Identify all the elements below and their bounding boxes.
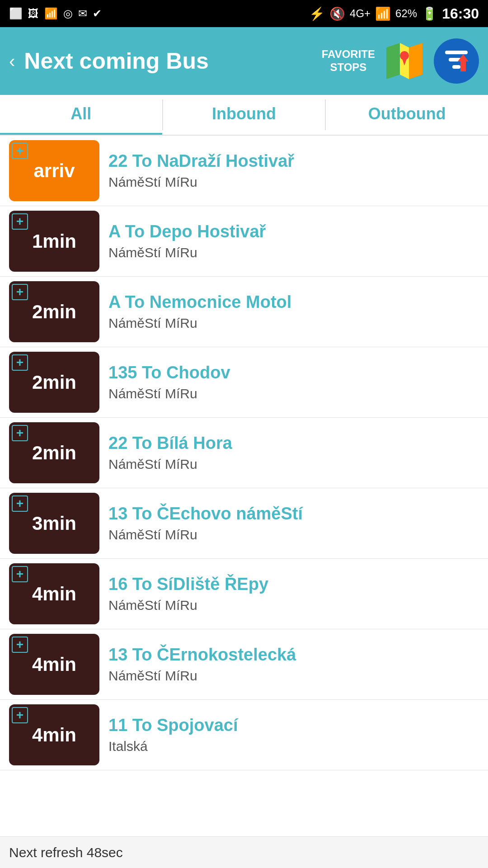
tab-outbound[interactable]: Outbound bbox=[326, 95, 488, 135]
bus-route-label[interactable]: 135 To Chodov bbox=[108, 363, 479, 382]
favorite-stops-label: FAVORITESTOPS bbox=[322, 48, 375, 74]
list-item: + 4min 16 To SíDliště ŘEpy NáměStí MíRu bbox=[0, 559, 488, 629]
filter-button[interactable] bbox=[434, 38, 479, 84]
bus-stop-label: NáměStí MíRu bbox=[108, 175, 479, 190]
bus-info: 13 To ČEchovo náměStí NáměStí MíRu bbox=[108, 504, 479, 542]
list-item: + 2min A To Nemocnice Motol NáměStí MíRu bbox=[0, 277, 488, 347]
bus-stop-label: NáměStí MíRu bbox=[108, 316, 479, 331]
email-icon: ✉ bbox=[78, 7, 87, 20]
battery-label: 62% bbox=[395, 7, 417, 20]
list-item: + 1min A To Depo Hostivař NáměStí MíRu bbox=[0, 206, 488, 277]
line-icon: ⬜ bbox=[9, 7, 23, 20]
list-item: + arriv 22 To NaDraží Hostivař NáměStí M… bbox=[0, 136, 488, 206]
bus-time-box[interactable]: + 2min bbox=[9, 422, 99, 483]
refresh-status: Next refresh 48sec bbox=[9, 845, 123, 860]
bus-stop-label: NáměStí MíRu bbox=[108, 457, 479, 472]
bus-list: + arriv 22 To NaDraží Hostivař NáměStí M… bbox=[0, 136, 488, 770]
bus-stop-label: NáměStí MíRu bbox=[108, 245, 479, 260]
add-icon[interactable]: + bbox=[12, 143, 28, 159]
add-icon[interactable]: + bbox=[12, 495, 28, 512]
bus-stop-label: NáměStí MíRu bbox=[108, 527, 479, 542]
wifi-icon: 📶 bbox=[44, 7, 58, 20]
list-item: + 3min 13 To ČEchovo náměStí NáměStí MíR… bbox=[0, 488, 488, 559]
bus-stop-label: NáměStí MíRu bbox=[108, 598, 479, 613]
add-icon[interactable]: + bbox=[12, 707, 28, 723]
map-icon bbox=[386, 43, 422, 79]
bus-time-label: 4min bbox=[32, 583, 76, 605]
vpn-icon: ◎ bbox=[63, 7, 73, 20]
list-item: + 2min 22 To Bílá Hora NáměStí MíRu bbox=[0, 418, 488, 488]
map-button[interactable] bbox=[384, 41, 425, 81]
bus-time-label: arriv bbox=[33, 160, 75, 182]
tab-all[interactable]: All bbox=[0, 95, 162, 135]
footer: Next refresh 48sec bbox=[0, 836, 488, 868]
bus-route-label[interactable]: 11 To Spojovací bbox=[108, 716, 479, 735]
photo-icon: 🖼 bbox=[28, 7, 39, 20]
add-icon[interactable]: + bbox=[12, 425, 28, 441]
bus-info: A To Nemocnice Motol NáměStí MíRu bbox=[108, 292, 479, 331]
add-icon[interactable]: + bbox=[12, 354, 28, 371]
bus-time-label: 3min bbox=[32, 513, 76, 534]
bus-time-box[interactable]: + 4min bbox=[9, 634, 99, 695]
svg-marker-8 bbox=[458, 54, 469, 71]
status-time: 16:30 bbox=[442, 5, 479, 22]
bus-time-box[interactable]: + arriv bbox=[9, 140, 99, 201]
bus-time-label: 2min bbox=[32, 372, 76, 393]
back-button[interactable]: ‹ bbox=[9, 51, 15, 71]
bus-time-label: 2min bbox=[32, 442, 76, 464]
bus-info: 11 To Spojovací Italská bbox=[108, 716, 479, 754]
list-item: + 4min 11 To Spojovací Italská bbox=[0, 700, 488, 770]
add-icon[interactable]: + bbox=[12, 284, 28, 300]
bluetooth-icon: ⚡ bbox=[309, 6, 325, 21]
svg-rect-7 bbox=[452, 65, 460, 69]
app-header: ‹ Next coming Bus FAVORITESTOPS bbox=[0, 27, 488, 95]
tabs-bar: All Inbound Outbound bbox=[0, 95, 488, 136]
bus-time-box[interactable]: + 2min bbox=[9, 281, 99, 342]
svg-marker-2 bbox=[409, 43, 422, 79]
mute-icon: 🔇 bbox=[329, 6, 345, 21]
list-item: + 2min 135 To Chodov NáměStí MíRu bbox=[0, 347, 488, 418]
tab-inbound[interactable]: Inbound bbox=[163, 95, 325, 135]
add-icon[interactable]: + bbox=[12, 213, 28, 230]
favorite-stops-button[interactable]: FAVORITESTOPS bbox=[322, 48, 375, 74]
bus-route-label[interactable]: 13 To ČEchovo náměStí bbox=[108, 504, 479, 524]
bus-route-label[interactable]: A To Depo Hostivař bbox=[108, 222, 479, 241]
bus-route-label[interactable]: 16 To SíDliště ŘEpy bbox=[108, 575, 479, 594]
svg-rect-5 bbox=[445, 51, 468, 54]
bus-time-label: 1min bbox=[32, 231, 76, 252]
bus-time-label: 4min bbox=[32, 654, 76, 675]
bus-route-label[interactable]: 13 To ČErnokostelecká bbox=[108, 645, 479, 665]
signal-label: 4G+ bbox=[350, 7, 371, 20]
bus-info: 22 To NaDraží Hostivař NáměStí MíRu bbox=[108, 151, 479, 190]
add-icon[interactable]: + bbox=[12, 566, 28, 582]
bus-info: 22 To Bílá Hora NáměStí MíRu bbox=[108, 434, 479, 472]
page-title: Next coming Bus bbox=[24, 48, 312, 74]
bus-info: A To Depo Hostivař NáměStí MíRu bbox=[108, 222, 479, 260]
status-bar: ⬜ 🖼 📶 ◎ ✉ ✔ ⚡ 🔇 4G+ 📶 62% 🔋 16:30 bbox=[0, 0, 488, 27]
bus-time-label: 2min bbox=[32, 301, 76, 323]
bus-info: 13 To ČErnokostelecká NáměStí MíRu bbox=[108, 645, 479, 684]
bus-time-box[interactable]: + 4min bbox=[9, 563, 99, 624]
status-icons-right: ⚡ 🔇 4G+ 📶 62% 🔋 16:30 bbox=[309, 5, 479, 22]
status-icons-left: ⬜ 🖼 📶 ◎ ✉ ✔ bbox=[9, 7, 102, 20]
bus-route-label[interactable]: 22 To Bílá Hora bbox=[108, 434, 479, 453]
bus-time-box[interactable]: + 1min bbox=[9, 211, 99, 272]
bus-info: 135 To Chodov NáměStí MíRu bbox=[108, 363, 479, 401]
filter-icon bbox=[441, 45, 472, 77]
add-icon[interactable]: + bbox=[12, 637, 28, 653]
bus-time-label: 4min bbox=[32, 724, 76, 746]
bus-stop-label: Italská bbox=[108, 739, 479, 754]
bus-route-label[interactable]: 22 To NaDraží Hostivař bbox=[108, 151, 479, 171]
list-item: + 4min 13 To ČErnokostelecká NáměStí MíR… bbox=[0, 629, 488, 700]
bus-info: 16 To SíDliště ŘEpy NáměStí MíRu bbox=[108, 575, 479, 613]
battery-icon: 🔋 bbox=[422, 6, 437, 21]
bus-stop-label: NáměStí MíRu bbox=[108, 386, 479, 401]
bus-time-box[interactable]: + 3min bbox=[9, 493, 99, 554]
bus-stop-label: NáměStí MíRu bbox=[108, 668, 479, 684]
signal-bars-icon: 📶 bbox=[375, 6, 391, 21]
check-icon: ✔ bbox=[93, 7, 102, 20]
bus-time-box[interactable]: + 2min bbox=[9, 352, 99, 413]
bus-route-label[interactable]: A To Nemocnice Motol bbox=[108, 292, 479, 312]
bus-time-box[interactable]: + 4min bbox=[9, 704, 99, 765]
